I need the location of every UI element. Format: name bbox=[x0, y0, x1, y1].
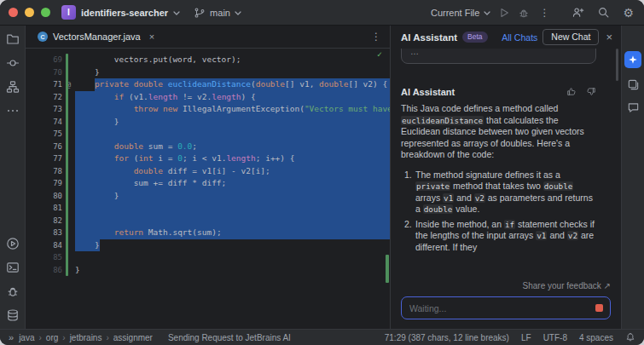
code-text[interactable]: double diff = v1[i] - v2[i]; bbox=[75, 165, 390, 178]
layers-icon[interactable] bbox=[627, 78, 640, 91]
code-line[interactable]: 83 return Math.sqrt(sum); bbox=[26, 227, 390, 239]
code-line[interactable]: 81 bbox=[26, 202, 390, 215]
breadcrumb-item[interactable]: jetbrains bbox=[70, 333, 102, 342]
all-chats-link[interactable]: All Chats bbox=[502, 32, 537, 43]
code-text[interactable]: throw new IllegalArgumentException("Vect… bbox=[75, 103, 390, 116]
code-text[interactable]: if (v1.length != v2.length) { bbox=[75, 91, 390, 104]
code-text[interactable] bbox=[75, 128, 390, 141]
code-line[interactable]: 77 for (int i = 0; i < v1.length; i++) { bbox=[26, 152, 390, 165]
line-number[interactable]: 75 bbox=[26, 128, 62, 141]
code-line[interactable]: 86} bbox=[26, 264, 390, 277]
more-run-actions-button[interactable]: ⋮ bbox=[537, 8, 551, 18]
code-text[interactable]: sum += diff * diff; bbox=[75, 177, 390, 190]
tab-options-kebab-icon[interactable]: ⋮ bbox=[369, 32, 383, 42]
code-line[interactable]: 70 } bbox=[26, 66, 390, 79]
line-ending-widget[interactable]: LF bbox=[521, 333, 531, 342]
line-number[interactable]: 82 bbox=[26, 215, 62, 227]
encoding-widget[interactable]: UTF-8 bbox=[543, 333, 567, 342]
code-line[interactable]: 75 bbox=[26, 128, 390, 141]
code-line[interactable]: 85 bbox=[26, 251, 390, 264]
debug-button[interactable] bbox=[518, 7, 530, 19]
code-text[interactable]: return Math.sqrt(sum); bbox=[75, 227, 390, 239]
project-folder-icon[interactable] bbox=[6, 32, 20, 46]
code-text[interactable]: } bbox=[75, 116, 390, 129]
chat-scrollbar-thumb[interactable] bbox=[616, 49, 618, 81]
database-icon[interactable] bbox=[6, 308, 20, 322]
debug-tool-window-icon[interactable] bbox=[6, 285, 20, 298]
code-text[interactable]: } bbox=[75, 264, 390, 277]
line-number[interactable]: 83 bbox=[26, 227, 62, 239]
line-number[interactable]: 71 bbox=[26, 78, 62, 91]
code-line[interactable]: 71@ private double euclideanDistance(dou… bbox=[26, 78, 390, 91]
code-text[interactable]: } bbox=[75, 190, 390, 203]
hide-panel-icon[interactable]: × bbox=[606, 32, 612, 43]
branch-widget[interactable]: main bbox=[194, 7, 241, 19]
code-text[interactable]: for (int i = 0; i < v1.length; i++) { bbox=[75, 152, 390, 165]
code-text[interactable]: vectors.put(word, vector); bbox=[75, 54, 390, 66]
previous-message-card[interactable]: … bbox=[401, 49, 596, 64]
thumbs-down-icon[interactable] bbox=[585, 86, 596, 97]
code-line[interactable]: 82 bbox=[26, 215, 390, 227]
line-number[interactable]: 74 bbox=[26, 116, 62, 129]
code-line[interactable]: 78 double diff = v1[i] - v2[i]; bbox=[26, 165, 390, 178]
line-number[interactable]: 80 bbox=[26, 190, 62, 203]
thumbs-up-icon[interactable] bbox=[566, 86, 577, 97]
line-number[interactable]: 76 bbox=[26, 141, 62, 153]
line-number[interactable]: 70 bbox=[26, 66, 62, 79]
ai-assistant-tool-icon[interactable] bbox=[624, 51, 641, 68]
code-line[interactable]: 72 if (v1.length != v2.length) { bbox=[26, 91, 390, 104]
run-button[interactable] bbox=[498, 7, 510, 19]
breadcrumb-item[interactable]: assignmer bbox=[113, 333, 153, 342]
code-line[interactable]: 76 double sum = 0.0; bbox=[26, 141, 390, 153]
code-line[interactable]: 79 sum += diff * diff; bbox=[26, 177, 390, 190]
chat-scroll-area[interactable]: … AI Assistant This Java code defines a … bbox=[391, 49, 621, 281]
tab-close-icon[interactable]: × bbox=[149, 32, 154, 42]
notifications-bell-icon[interactable] bbox=[625, 332, 635, 342]
breadcrumb-item[interactable]: org bbox=[46, 333, 58, 342]
caret-position-widget[interactable]: 71:29 (387 chars, 12 line breaks) bbox=[385, 333, 509, 342]
code-line[interactable]: 73 throw new IllegalArgumentException("V… bbox=[26, 103, 390, 116]
code-text[interactable]: } bbox=[75, 66, 390, 79]
feedback-link[interactable]: Share your feedback ↗ bbox=[401, 281, 611, 290]
chat-bubble-icon[interactable] bbox=[627, 101, 640, 114]
code-with-me-icon[interactable] bbox=[571, 6, 584, 19]
zoom-window-button[interactable] bbox=[41, 8, 50, 17]
search-icon[interactable] bbox=[597, 6, 610, 19]
code-line[interactable]: 80 } bbox=[26, 190, 390, 203]
stop-generation-button[interactable] bbox=[595, 304, 603, 312]
breadcrumb-expander-icon[interactable]: » bbox=[9, 333, 14, 342]
code-text[interactable]: double sum = 0.0; bbox=[75, 141, 390, 153]
more-tool-windows-icon[interactable] bbox=[6, 104, 20, 118]
code-text[interactable]: } bbox=[75, 239, 390, 252]
terminal-icon[interactable] bbox=[6, 261, 20, 274]
code-text[interactable] bbox=[75, 215, 390, 227]
code-line[interactable]: 84 } bbox=[26, 239, 390, 252]
line-number[interactable]: 81 bbox=[26, 202, 62, 215]
code-line[interactable]: 74 } bbox=[26, 116, 390, 129]
editor-tab[interactable]: C VectorsManager.java × bbox=[32, 26, 160, 48]
line-number[interactable]: 77 bbox=[26, 152, 62, 165]
structure-icon[interactable] bbox=[6, 80, 20, 94]
project-widget[interactable]: I identifiers-searcher bbox=[61, 5, 180, 20]
line-number[interactable]: 79 bbox=[26, 177, 62, 190]
line-number[interactable]: 69 bbox=[26, 54, 62, 66]
code-text[interactable]: private double euclideanDistance(double[… bbox=[75, 78, 390, 91]
run-configuration-selector[interactable]: Current File bbox=[431, 8, 490, 18]
line-number[interactable]: 78 bbox=[26, 165, 62, 178]
vcs-change-marker[interactable] bbox=[66, 54, 68, 276]
minimize-window-button[interactable] bbox=[25, 8, 34, 17]
line-number[interactable]: 73 bbox=[26, 103, 62, 116]
new-chat-button[interactable]: New Chat bbox=[542, 29, 599, 45]
line-number[interactable]: 86 bbox=[26, 264, 62, 277]
run-tool-window-icon[interactable] bbox=[6, 237, 20, 250]
scrollbar-change-marker[interactable] bbox=[386, 255, 389, 283]
code-text[interactable] bbox=[75, 202, 390, 215]
line-number[interactable]: 85 bbox=[26, 251, 62, 264]
code-line[interactable]: 69 vectors.put(word, vector); bbox=[26, 54, 390, 66]
chat-input[interactable] bbox=[401, 296, 611, 319]
inspections-ok-icon[interactable]: ✓ bbox=[377, 49, 382, 59]
indent-widget[interactable]: 4 spaces bbox=[579, 333, 613, 342]
code-editor[interactable]: 69 vectors.put(word, vector);70 }71@ pri… bbox=[26, 49, 390, 329]
line-number[interactable]: 84 bbox=[26, 239, 62, 252]
code-text[interactable] bbox=[75, 251, 390, 264]
